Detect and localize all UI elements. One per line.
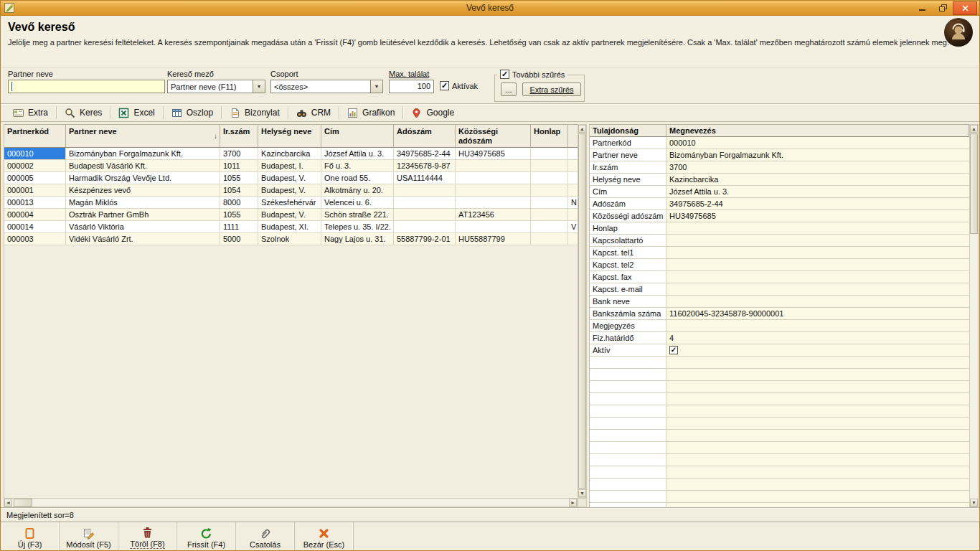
grid-cell[interactable]: Fő u. 3.	[321, 160, 394, 172]
column-header[interactable]: Cím	[321, 124, 394, 148]
grid-cell[interactable]: Kazincbarcika	[258, 148, 321, 160]
grid-horizontal-scrollbar[interactable]: ◄ ►	[4, 498, 578, 507]
close-button[interactable]	[953, 1, 977, 15]
chevron-down-icon[interactable]: ▼	[253, 80, 265, 93]
grid-cell[interactable]: Velencei u. 6.	[321, 197, 394, 209]
property-row[interactable]: Helység neveKazincbarcika	[590, 174, 969, 186]
property-row[interactable]: Partner neveBizományban Forgalmazunk Kft…	[590, 149, 969, 161]
grid-cell[interactable]: USA1114444	[394, 172, 456, 184]
grid-cell[interactable]: 000004	[4, 209, 66, 221]
minimize-button[interactable]	[913, 1, 933, 15]
active-only-checkbox-row[interactable]: ✓ Aktívak	[440, 81, 478, 90]
property-row[interactable]: Kapcst. tel2	[590, 259, 969, 271]
table-row[interactable]: 000010Bizományban Forgalmazunk Kft.3700K…	[4, 148, 578, 160]
grid-cell[interactable]: Osztrák Partner GmBh	[66, 209, 220, 221]
grid-cell[interactable]: 34975685-2-44	[394, 148, 456, 160]
delete-button[interactable]: Töröl (F8)	[118, 522, 177, 551]
grid-cell[interactable]	[456, 184, 531, 197]
grid-cell[interactable]: 1054	[220, 184, 258, 197]
detail-vertical-scrollbar[interactable]: ▲ ▼	[969, 124, 979, 507]
property-row[interactable]: Bank neve	[590, 296, 969, 308]
table-row[interactable]: 000005Harmadik Ország Vevője Ltd.1055Bud…	[4, 172, 578, 184]
grid-cell[interactable]: 1011	[220, 160, 258, 172]
grid-cell[interactable]: 000010	[4, 148, 66, 160]
table-row[interactable]: 000013Magán Miklós8000SzékesfehérvárVele…	[4, 197, 578, 209]
grid-cell[interactable]: AT123456	[456, 209, 531, 221]
titlebar[interactable]: Vevő kereső	[1, 1, 979, 16]
grid-cell[interactable]	[394, 209, 456, 221]
grid-cell[interactable]: 8000	[220, 197, 258, 209]
grid-cell[interactable]	[568, 233, 578, 245]
property-row[interactable]: CímJózsef Attila u. 3.	[590, 186, 969, 198]
grid-cell[interactable]	[531, 209, 568, 221]
active-only-checkbox[interactable]: ✓	[440, 81, 449, 90]
scrollbar-thumb[interactable]	[578, 133, 586, 489]
property-row[interactable]: Kapcsolattartó	[590, 235, 969, 247]
column-header[interactable]: Adószám	[394, 124, 456, 148]
maximize-button[interactable]	[933, 1, 953, 15]
extra-filter-toggle[interactable]: ✓ További szűrés	[497, 70, 567, 79]
grid-cell[interactable]	[456, 197, 531, 209]
property-row[interactable]: Bankszámla száma116020045-32345878-90000…	[590, 308, 969, 320]
grid-cell[interactable]: V	[568, 221, 578, 233]
grid-cell[interactable]: HU55887799	[456, 233, 531, 245]
grid-cell[interactable]: 12345678-9-87	[394, 160, 456, 172]
edit-button[interactable]: Módosít (F5)	[60, 522, 118, 551]
grid-cell[interactable]	[531, 160, 568, 172]
search-button[interactable]: Keres	[57, 105, 110, 121]
grid-cell[interactable]: 3700	[220, 148, 258, 160]
partner-name-input[interactable]	[8, 80, 165, 93]
more-options-button[interactable]: ...	[501, 83, 517, 96]
refresh-button[interactable]: Frissít (F4)	[177, 522, 236, 551]
grid-cell[interactable]: 1111	[220, 221, 258, 233]
grid-cell[interactable]: Szolnok	[258, 233, 321, 245]
active-value-checkbox[interactable]: ✓	[669, 346, 678, 354]
grid-cell[interactable]: 000005	[4, 172, 66, 184]
grid-cell[interactable]	[531, 197, 568, 209]
grid-cell[interactable]: 000001	[4, 184, 66, 197]
grid-cell[interactable]: Nagy Lajos u. 31.	[321, 233, 394, 245]
table-row[interactable]: 000004Osztrák Partner GmBh1055Budapest, …	[4, 209, 578, 221]
grid-cell[interactable]: 1055	[220, 172, 258, 184]
max-results-input[interactable]: 100	[389, 80, 434, 93]
grid-cell[interactable]	[531, 221, 568, 233]
grid-cell[interactable]: 1055	[220, 209, 258, 221]
property-row[interactable]: Aktív✓	[590, 344, 969, 357]
property-row[interactable]: Közösségi adószámHU34975685	[590, 210, 969, 222]
grid-cell[interactable]: 5000	[220, 233, 258, 245]
grid-cell[interactable]: Vásárló Viktória	[66, 221, 220, 233]
table-row[interactable]: 000001Készpénzes vevő1054Budapest, V.Alk…	[4, 184, 578, 197]
grid-cell[interactable]: Budapest, V.	[258, 209, 321, 221]
column-header[interactable]: Honlap	[531, 124, 568, 148]
grid-cell[interactable]: Telepes u. 35. I/22.	[321, 221, 394, 233]
grid-cell[interactable]	[531, 184, 568, 197]
property-row[interactable]: Honlap	[590, 222, 969, 235]
grid-cell[interactable]: 000013	[4, 197, 66, 209]
property-row[interactable]: Kapcst. tel1	[590, 247, 969, 259]
grid-cell[interactable]	[456, 221, 531, 233]
new-button[interactable]: Új (F3)	[1, 522, 60, 551]
grid-cell[interactable]: Schön straße 221.	[321, 209, 394, 221]
grid-cell[interactable]: N	[568, 197, 578, 209]
search-field-combobox[interactable]: Partner neve (F11) ▼	[167, 80, 265, 93]
grid-cell[interactable]	[531, 148, 568, 160]
extra-filter-button[interactable]: Extra szűrés	[522, 83, 581, 96]
grid-cell[interactable]	[568, 209, 578, 221]
grid-cell[interactable]	[531, 233, 568, 245]
grid-cell[interactable]	[456, 160, 531, 172]
column-header[interactable]: Partner neve↓	[66, 124, 220, 148]
column-header[interactable]: Helység neve	[258, 124, 321, 148]
grid-cell[interactable]: Vidéki Vásárló Zrt.	[66, 233, 220, 245]
grid-cell[interactable]: Székesfehérvár	[258, 197, 321, 209]
excel-button[interactable]: Excel	[110, 105, 162, 121]
extra-filter-checkbox[interactable]: ✓	[500, 70, 509, 79]
grid-cell[interactable]	[394, 221, 456, 233]
table-row[interactable]: 000003Vidéki Vásárló Zrt.5000SzolnokNagy…	[4, 233, 578, 245]
grid-cell[interactable]: Bizományban Forgalmazunk Kft.	[66, 148, 220, 160]
grid-cell[interactable]: Magán Miklós	[66, 197, 220, 209]
grid-cell[interactable]	[568, 148, 578, 160]
attach-button[interactable]: Csatolás	[236, 522, 295, 551]
grid-cell[interactable]	[568, 184, 578, 197]
column-header[interactable]	[568, 124, 578, 148]
grid-cell[interactable]: Alkotmány u. 20.	[321, 184, 394, 197]
